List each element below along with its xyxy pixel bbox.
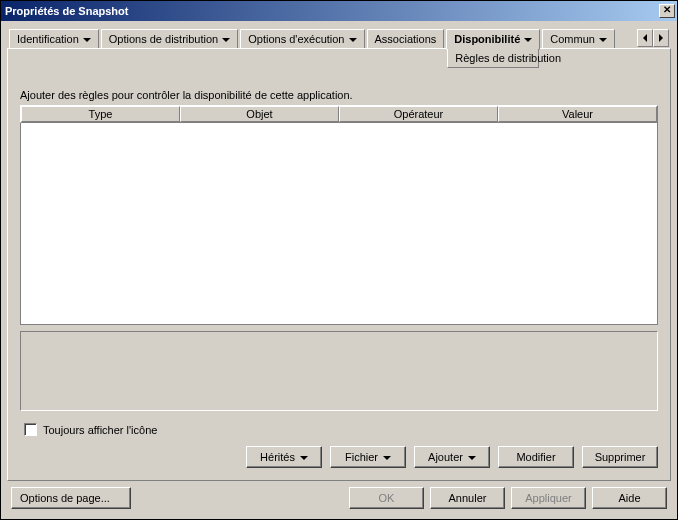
button-label: Hérités bbox=[260, 451, 295, 463]
chevron-down-icon bbox=[83, 38, 91, 42]
content-area: Identification Options de distribution O… bbox=[1, 21, 677, 519]
arrow-right-icon bbox=[659, 34, 663, 42]
rules-table-body[interactable] bbox=[20, 123, 658, 325]
chevron-down-icon bbox=[222, 38, 230, 42]
tab-distribution-options[interactable]: Options de distribution bbox=[101, 29, 238, 48]
column-valeur[interactable]: Valeur bbox=[498, 106, 657, 122]
tab-scroll-arrows bbox=[637, 29, 669, 47]
chevron-down-icon bbox=[468, 456, 476, 460]
rule-detail-panel bbox=[20, 331, 658, 411]
tab-panel: Ajouter des règles pour contrôler la dis… bbox=[7, 48, 671, 481]
tab-disponibilite[interactable]: Disponibilité Règles de distribution bbox=[446, 29, 540, 50]
always-show-icon-label: Toujours afficher l'icône bbox=[43, 424, 157, 436]
ok-button[interactable]: OK bbox=[349, 487, 424, 509]
fichier-button[interactable]: Fichier bbox=[330, 446, 406, 468]
chevron-down-icon bbox=[300, 456, 308, 460]
close-button[interactable]: ✕ bbox=[659, 4, 675, 18]
tab-subpage-label: Règles de distribution bbox=[447, 49, 539, 68]
window-title: Propriétés de Snapshot bbox=[5, 5, 128, 17]
page-options-button[interactable]: Options de page... bbox=[11, 487, 131, 509]
chevron-down-icon bbox=[349, 38, 357, 42]
button-label: Supprimer bbox=[595, 451, 646, 463]
instructions-text: Ajouter des règles pour contrôler la dis… bbox=[20, 89, 658, 101]
tab-associations[interactable]: Associations bbox=[367, 29, 445, 48]
ajouter-button[interactable]: Ajouter bbox=[414, 446, 490, 468]
rules-table-header: Type Objet Opérateur Valeur bbox=[20, 105, 658, 123]
button-label: Fichier bbox=[345, 451, 378, 463]
cancel-button[interactable]: Annuler bbox=[430, 487, 505, 509]
button-label: Appliquer bbox=[525, 492, 571, 504]
arrow-left-icon bbox=[643, 34, 647, 42]
tab-label: Commun bbox=[550, 33, 595, 45]
chevron-down-icon bbox=[383, 456, 391, 460]
apply-button[interactable]: Appliquer bbox=[511, 487, 586, 509]
column-type[interactable]: Type bbox=[21, 106, 180, 122]
tab-execution-options[interactable]: Options d'exécution bbox=[240, 29, 364, 48]
tab-commun[interactable]: Commun bbox=[542, 29, 615, 48]
button-label: Options de page... bbox=[20, 492, 110, 504]
tab-label: Disponibilité bbox=[454, 33, 520, 45]
rule-action-row: Hérités Fichier Ajouter Modifier Supprim… bbox=[20, 446, 658, 468]
button-label: OK bbox=[379, 492, 395, 504]
tab-label: Identification bbox=[17, 33, 79, 45]
modifier-button[interactable]: Modifier bbox=[498, 446, 574, 468]
tab-identification[interactable]: Identification bbox=[9, 29, 99, 48]
button-label: Aide bbox=[618, 492, 640, 504]
tab-label: Options d'exécution bbox=[248, 33, 344, 45]
button-label: Ajouter bbox=[428, 451, 463, 463]
titlebar: Propriétés de Snapshot ✕ bbox=[1, 1, 677, 21]
dialog-window: Propriétés de Snapshot ✕ Identification … bbox=[0, 0, 678, 520]
tab-scroll-left[interactable] bbox=[637, 29, 653, 47]
help-button[interactable]: Aide bbox=[592, 487, 667, 509]
tab-label: Options de distribution bbox=[109, 33, 218, 45]
button-label: Modifier bbox=[516, 451, 555, 463]
chevron-down-icon bbox=[599, 38, 607, 42]
always-show-icon-row: Toujours afficher l'icône bbox=[24, 423, 658, 436]
tab-scroll-right[interactable] bbox=[653, 29, 669, 47]
herites-button[interactable]: Hérités bbox=[246, 446, 322, 468]
dialog-footer: Options de page... OK Annuler Appliquer … bbox=[7, 481, 671, 513]
button-label: Annuler bbox=[449, 492, 487, 504]
supprimer-button[interactable]: Supprimer bbox=[582, 446, 658, 468]
column-objet[interactable]: Objet bbox=[180, 106, 339, 122]
tab-strip: Identification Options de distribution O… bbox=[7, 29, 671, 49]
chevron-down-icon bbox=[524, 38, 532, 42]
always-show-icon-checkbox[interactable] bbox=[24, 423, 37, 436]
tab-label: Associations bbox=[375, 33, 437, 45]
column-operateur[interactable]: Opérateur bbox=[339, 106, 498, 122]
